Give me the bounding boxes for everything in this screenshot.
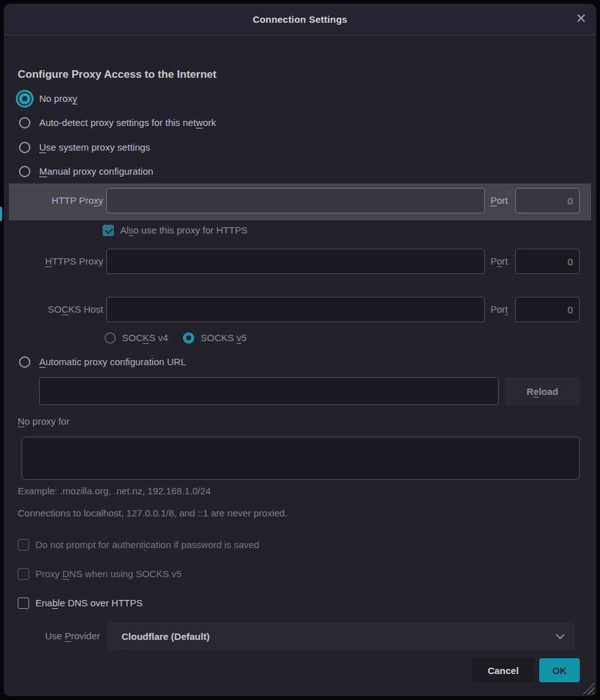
https-port-input[interactable] [515, 249, 580, 274]
http-proxy-label: HTTP Proxy [4, 194, 103, 207]
chevron-down-icon [556, 630, 565, 639]
http-proxy-input[interactable] [106, 188, 485, 213]
provider-dropdown[interactable]: Cloudflare (Default) [106, 622, 575, 650]
no-proxy-example-text: Example: .mozilla.org, .net.nz, 192.168.… [18, 485, 211, 497]
socks-port-label: Port [491, 303, 508, 316]
https-proxy-input[interactable] [106, 249, 485, 274]
enable-doh-checkbox[interactable] [18, 597, 29, 609]
radio-auto-detect[interactable] [19, 117, 30, 128]
https-port-label: Port [491, 255, 508, 268]
radio-socks-v4-label[interactable]: SOCKS v4 [122, 332, 168, 344]
radio-socks-v5[interactable] [183, 332, 194, 344]
radio-socks-v5-label[interactable]: SOCKS v5 [201, 332, 247, 344]
proxy-dns-label[interactable]: Proxy DNS when using SOCKS v5 [35, 568, 182, 580]
dialog-title: Connection Settings [253, 14, 347, 25]
provider-dropdown-value: Cloudflare (Default) [122, 631, 556, 642]
use-provider-label: Use Provider [4, 630, 100, 642]
radio-no-proxy-label[interactable]: No proxy [39, 92, 77, 105]
http-port-label: Port [491, 194, 508, 207]
https-proxy-label: HTTPS Proxy [4, 255, 103, 268]
ok-button[interactable]: OK [539, 658, 580, 682]
dialog-titlebar: Connection Settings × [4, 4, 596, 35]
no-proxy-for-label: No proxy for [18, 415, 70, 428]
http-port-input[interactable] [515, 188, 580, 213]
no-prompt-auth-checkbox[interactable] [18, 539, 29, 551]
radio-auto-detect-label[interactable]: Auto-detect proxy settings for this netw… [39, 116, 216, 129]
no-prompt-auth-label[interactable]: Do not prompt for authentication if pass… [35, 539, 259, 551]
section-heading: Configure Proxy Access to the Internet [18, 68, 216, 81]
reload-button[interactable]: Reload [505, 377, 580, 405]
no-proxy-for-textarea[interactable] [22, 437, 580, 480]
radio-manual-proxy[interactable] [19, 166, 30, 177]
radio-auto-url[interactable] [19, 356, 30, 368]
left-edge-accent-mark [0, 207, 2, 221]
socks-port-input[interactable] [515, 297, 580, 322]
connection-settings-dialog: Connection Settings × Configure Proxy Ac… [4, 4, 596, 696]
radio-no-proxy[interactable] [19, 93, 30, 104]
also-https-checkbox[interactable] [103, 225, 114, 236]
localhost-note-text: Connections to localhost, 127.0.0.1/8, a… [18, 507, 287, 520]
proxy-dns-checkbox[interactable] [18, 568, 29, 580]
radio-socks-v4[interactable] [104, 332, 116, 344]
auto-url-input[interactable] [39, 377, 499, 405]
also-https-label[interactable]: Also use this proxy for HTTPS [120, 224, 247, 237]
radio-auto-url-label[interactable]: Automatic proxy configuration URL [39, 356, 186, 368]
socks-host-label: SOCKS Host [4, 303, 103, 316]
radio-system-proxy[interactable] [19, 142, 30, 153]
cancel-button[interactable]: Cancel [472, 658, 534, 682]
enable-doh-label[interactable]: Enable DNS over HTTPS [35, 597, 142, 609]
radio-manual-proxy-label[interactable]: Manual proxy configuration [39, 165, 153, 178]
close-icon[interactable]: × [576, 10, 586, 27]
socks-host-input[interactable] [106, 297, 485, 322]
resize-grip[interactable] [582, 682, 594, 694]
radio-system-proxy-label[interactable]: Use system proxy settings [39, 141, 150, 154]
